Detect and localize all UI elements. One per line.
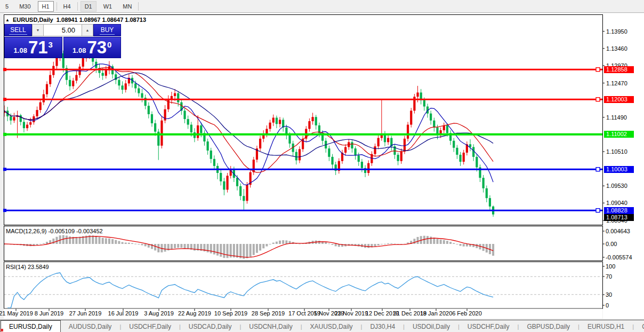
tab-item-USDCAD-Daily[interactable]: USDCAD,Daily: [181, 320, 240, 332]
chart-ohlc-values: 1.08941 1.08967 1.08647 1.08713: [57, 17, 146, 23]
timeframe-button-W1[interactable]: W1: [100, 2, 116, 11]
spin-up-icon: ▲: [86, 28, 90, 32]
ask-prefix: 1.08: [73, 46, 86, 54]
macd-axis-tick: 0.004643: [606, 228, 630, 234]
hline-price-label: 1.12858: [604, 66, 634, 73]
macd-axis-tick: 0.00: [606, 241, 617, 247]
current-price-label: 1.08713: [604, 214, 634, 221]
bid-price-button[interactable]: 1.08 71 3: [4, 37, 62, 58]
bid-prefix: 1.08: [14, 46, 27, 54]
price-axis-tick: 1.12470: [606, 80, 627, 86]
buy-button[interactable]: BUY: [93, 24, 121, 36]
macd-label: MACD(12,26,9) -0.005109 -0.003452: [6, 228, 103, 234]
rsi-axis-tick: 0: [606, 302, 609, 309]
rsi-axis-tick: 70: [606, 273, 612, 280]
tab-item-EURUSD-Daily[interactable]: EURUSD,Daily: [1, 320, 61, 332]
date-axis-label: 28 Sep 2019: [252, 310, 285, 317]
date-axis-label: 10 Sep 2019: [214, 310, 247, 317]
tab-item-USDCHF-Daily[interactable]: USDCHF,Daily: [121, 320, 179, 332]
toolbar-separator: [138, 2, 139, 11]
tab-item-EURUSD-H1[interactable]: EURUSD,H1: [579, 320, 632, 332]
date-axis-label: 27 Jun 2019: [69, 310, 102, 317]
ask-big-figure: 73: [87, 38, 107, 57]
collapse-icon[interactable]: ▲: [5, 18, 10, 22]
volume-increase-button[interactable]: ▲: [82, 24, 93, 36]
chart-symbol-label: EURUSD,Daily: [13, 17, 53, 23]
tab-item-GBPAUD-H1[interactable]: GBPAUD,H1: [634, 320, 644, 332]
price-axis-tick: 1.13950: [606, 28, 627, 35]
date-axis-label: 21 May 2019: [0, 310, 33, 317]
alert-dot: [1, 329, 3, 331]
ask-pip-digit: 0: [107, 40, 111, 49]
timeframe-button-D1[interactable]: D1: [80, 1, 96, 12]
timeframe-button-H1[interactable]: H1: [38, 1, 54, 12]
rsi-axis-tick: 100: [606, 263, 615, 270]
hline-price-label: 1.12003: [604, 96, 634, 103]
date-axis-label: 8 Jun 2019: [35, 310, 63, 317]
spin-down-icon: ▼: [36, 28, 40, 32]
hline-price-label: 1.11002: [604, 131, 634, 138]
toolbar-separator: [77, 2, 78, 11]
date-axis-label: 6 Feb 2020: [452, 310, 482, 317]
rsi-axis-tick: 30: [606, 291, 612, 298]
timeframe-button-5[interactable]: 5: [2, 2, 12, 11]
timeframe-button-H4[interactable]: H4: [60, 2, 75, 11]
price-axis-tick: 1.09040: [606, 200, 627, 206]
price-axis-tick: 1.13460: [606, 45, 627, 52]
hline-price-label: 1.10003: [604, 166, 634, 173]
tab-item-USDOil-Daily[interactable]: USDOil,Daily: [405, 320, 458, 332]
tab-item-GBPUSD-Daily[interactable]: GBPUSD,Daily: [519, 320, 578, 332]
timeframe-toolbar: 5M30H1H4D1W1MN: [0, 0, 644, 13]
one-click-trade-widget: SELL ▼ 5.00 ▲ BUY 1.08 71 3 1.08 73 0: [4, 24, 121, 58]
tab-item-XAUUSD-Daily[interactable]: XAUUSD,Daily: [302, 320, 361, 332]
volume-decrease-button[interactable]: ▼: [32, 24, 44, 36]
timeframe-button-MN[interactable]: MN: [119, 2, 135, 11]
chart-title: ▲EURUSD,Daily 1.08941 1.08967 1.08647 1.…: [5, 17, 146, 23]
tab-item-DJ30-H4[interactable]: DJ30,H4: [362, 320, 403, 332]
symbol-tab-bar: EURUSD,DailyAUDUSD,Daily|USDCHF,Daily|US…: [0, 320, 644, 332]
volume-input[interactable]: 5.00: [44, 24, 82, 36]
tab-item-USDCNH-Daily[interactable]: USDCNH,Daily: [241, 320, 300, 332]
date-axis-label: 22 Aug 2019: [178, 310, 211, 317]
date-axis-label: 18 Jan 2020: [420, 310, 453, 317]
tab-item-USDCHF-Daily[interactable]: USDCHF,Daily: [460, 320, 518, 332]
bid-pip-digit: 3: [49, 40, 53, 49]
date-axis-label: 23 Nov 2019: [335, 310, 368, 317]
rsi-label: RSI(14) 23.5849: [6, 264, 49, 270]
sell-button[interactable]: SELL: [4, 24, 32, 36]
date-axis-label: 16 Jul 2019: [108, 310, 139, 317]
price-axis-tick: 1.10510: [606, 148, 627, 155]
ask-price-button[interactable]: 1.08 73 0: [63, 37, 122, 58]
hline-price-label: 1.08828: [604, 207, 634, 214]
tab-grip: [0, 320, 1, 332]
date-axis-label: 3 Aug 2019: [144, 310, 174, 317]
tab-item-AUDUSD-Daily[interactable]: AUDUSD,Daily: [61, 320, 120, 332]
macd-axis-tick: -0.005574: [606, 254, 632, 260]
trading-terminal: 5M30H1H4D1W1MN ▲EURUSD,Daily 1.08941 1.0…: [0, 0, 644, 332]
bid-big-figure: 71: [28, 38, 48, 57]
price-axis-tick: 1.09530: [606, 183, 627, 189]
toolbar-separator: [57, 2, 57, 11]
timeframe-button-M30[interactable]: M30: [15, 2, 34, 11]
price-axis-tick: 1.11490: [606, 114, 627, 121]
